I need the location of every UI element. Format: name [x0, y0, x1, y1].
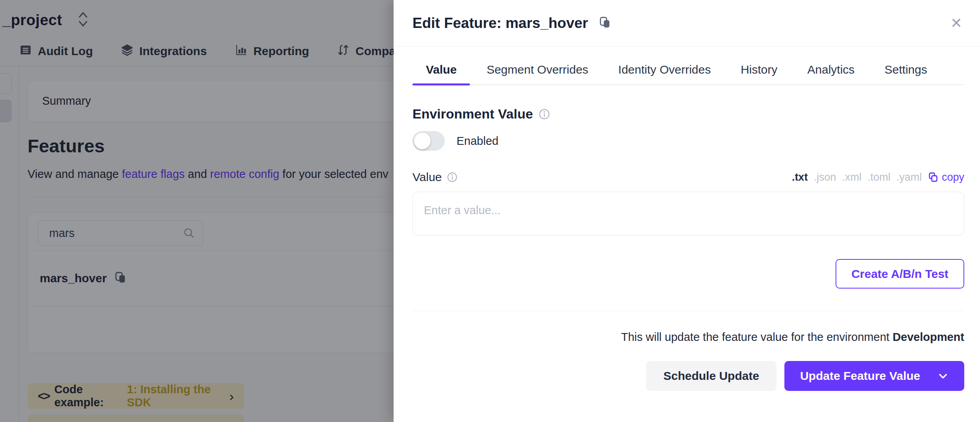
drawer-body: Value Segment Overrides Identity Overrid… [394, 63, 980, 391]
footer-divider [412, 311, 964, 311]
value-input[interactable] [412, 192, 964, 235]
create-ab-test-button[interactable]: Create A/B/n Test [836, 259, 964, 289]
update-feature-value-button[interactable]: Update Feature Value [784, 361, 964, 391]
tab-settings[interactable]: Settings [871, 63, 940, 84]
tab-history[interactable]: History [727, 63, 791, 84]
format-selector: .txt .json .xml .toml .yaml copy [792, 171, 964, 183]
copy-icon[interactable] [598, 16, 612, 31]
enabled-toggle-label: Enabled [457, 135, 498, 148]
drawer-header: Edit Feature: mars_hover ✕ [394, 0, 980, 46]
enabled-toggle[interactable] [412, 131, 445, 151]
ab-test-row: Create A/B/n Test [412, 259, 964, 289]
close-icon[interactable]: ✕ [950, 16, 962, 30]
chevron-down-icon [937, 370, 949, 381]
footer-note-text: This will update the feature value for t… [621, 331, 893, 343]
tab-segment-overrides[interactable]: Segment Overrides [473, 63, 601, 84]
toggle-knob [414, 133, 431, 149]
footer-buttons: Schedule Update Update Feature Value [412, 361, 964, 391]
drawer-title: Edit Feature: mars_hover [412, 15, 588, 31]
value-label-wrap: Value [412, 170, 458, 184]
update-button-label: Update Feature Value [800, 369, 920, 383]
copy-value-button[interactable]: copy [928, 171, 964, 183]
copy-label: copy [942, 171, 964, 183]
schedule-update-button[interactable]: Schedule Update [646, 361, 777, 391]
copy-icon [928, 172, 939, 183]
format-txt[interactable]: .txt [792, 171, 808, 183]
footer-note: This will update the feature value for t… [412, 331, 964, 344]
tab-analytics[interactable]: Analytics [794, 63, 868, 84]
format-toml[interactable]: .toml [867, 171, 891, 183]
environment-value-section: Environment Value [412, 106, 964, 122]
edit-feature-drawer: Edit Feature: mars_hover ✕ Value Segment… [394, 0, 980, 422]
drawer-tabs: Value Segment Overrides Identity Overrid… [412, 63, 964, 85]
format-yaml[interactable]: .yaml [896, 171, 922, 183]
info-icon [447, 172, 458, 183]
format-json[interactable]: .json [814, 171, 836, 183]
tab-value[interactable]: Value [412, 63, 470, 84]
value-row: Value .txt .json .xml .toml .yaml [412, 170, 964, 184]
value-label: Value [412, 170, 442, 184]
format-xml[interactable]: .xml [842, 171, 862, 183]
environment-name: Development [893, 331, 964, 343]
app-root: _project Audit Log [0, 0, 980, 422]
value-input-wrap [412, 192, 964, 237]
enabled-toggle-row: Enabled [412, 131, 964, 151]
tab-identity-overrides[interactable]: Identity Overrides [605, 63, 724, 84]
environment-value-heading: Environment Value [412, 106, 533, 122]
info-icon [538, 108, 550, 120]
